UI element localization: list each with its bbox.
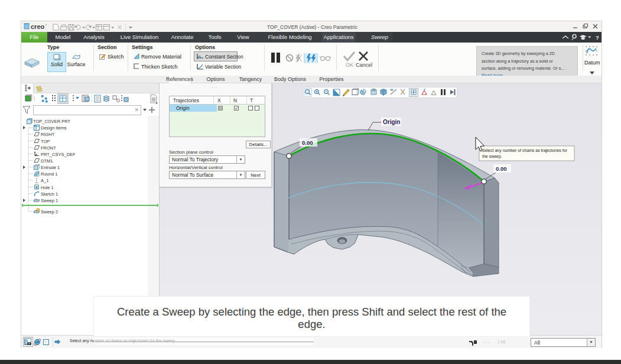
svg-text:Select any number of chains as: Select any number of chains as trajector… (482, 148, 568, 153)
svg-text:the sweep.: the sweep. (482, 154, 502, 159)
svg-text:Origin: Origin (383, 119, 400, 125)
svg-text:?: ? (596, 34, 599, 41)
svg-text:0.00: 0.00 (496, 165, 507, 172)
svg-text:creo: creo (31, 23, 45, 30)
svg-text:0.00: 0.00 (302, 139, 313, 146)
